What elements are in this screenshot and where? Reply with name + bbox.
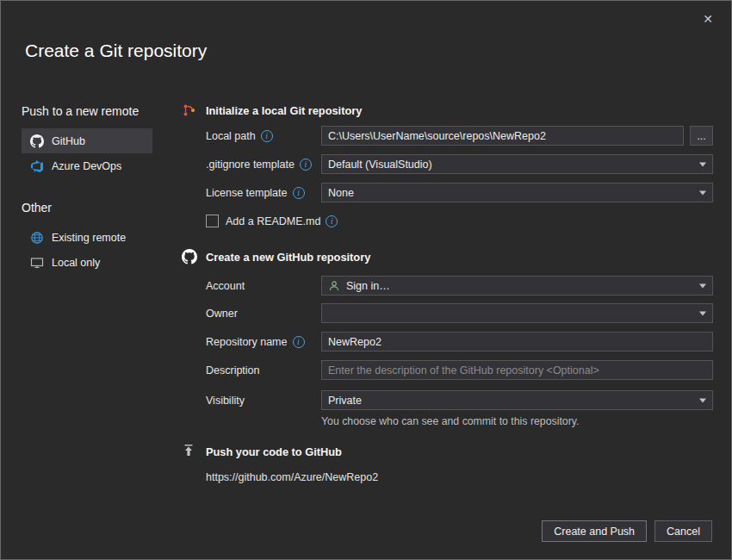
repository-name-label: Repository name [206, 336, 288, 348]
sidebar-item-github[interactable]: GitHub [22, 128, 152, 153]
owner-dropdown[interactable] [321, 303, 713, 323]
info-icon[interactable] [261, 130, 273, 142]
repository-name-label-group: Repository name [206, 336, 321, 348]
sign-in-person-icon [328, 280, 340, 292]
gitignore-dropdown[interactable]: Default (VisualStudio) [321, 154, 713, 174]
sidebar-item-label: Local only [52, 257, 100, 269]
sidebar-item-local-only[interactable]: Local only [22, 250, 152, 275]
local-path-row: Local path ... [182, 126, 713, 146]
account-selected-value: Sign in… [346, 280, 390, 292]
computer-icon [30, 256, 44, 270]
azure-devops-icon [30, 159, 44, 173]
globe-icon [30, 231, 44, 245]
description-row: Description [182, 360, 713, 380]
repository-name-input[interactable] [321, 332, 713, 352]
account-row: Account Sign in… [182, 276, 713, 296]
info-icon[interactable] [293, 336, 305, 348]
other-heading: Other [22, 201, 152, 215]
visibility-selected-value: Private [328, 395, 362, 407]
local-path-label: Local path [206, 130, 256, 142]
github-section-title: Create a new GitHub repository [206, 251, 370, 264]
create-and-push-button[interactable]: Create and Push [542, 520, 647, 542]
owner-label: Owner [206, 308, 321, 320]
sidebar-item-azure-devops[interactable]: Azure DevOps [22, 153, 152, 178]
info-icon[interactable] [300, 159, 312, 171]
license-dropdown[interactable]: None [321, 183, 713, 202]
visibility-row: Visibility Private [182, 390, 713, 410]
chevron-down-icon [699, 190, 706, 195]
account-dropdown[interactable]: Sign in… [321, 276, 713, 296]
readme-group: Add a README.md [206, 215, 338, 227]
local-path-label-group: Local path [206, 130, 321, 142]
upload-arrow-icon [182, 444, 197, 459]
sidebar-item-label: Azure DevOps [52, 160, 121, 172]
license-row: License template None [182, 183, 713, 202]
push-section-header: Push your code to GitHub [182, 444, 713, 464]
github-icon [182, 249, 197, 264]
owner-row: Owner [182, 303, 713, 323]
repository-url: https://github.com/Azure/NewRepo2 [206, 471, 378, 483]
dialog-title: Create a Git repository [25, 40, 207, 61]
chevron-down-icon [699, 311, 706, 315]
chevron-down-icon [699, 283, 706, 288]
visibility-dropdown[interactable]: Private [321, 390, 713, 410]
info-icon[interactable] [293, 187, 305, 199]
local-path-input[interactable] [321, 126, 684, 146]
license-label-group: License template [206, 187, 321, 199]
github-section-header: Create a new GitHub repository [182, 249, 713, 269]
create-git-repository-dialog: ✕ Create a Git repository Push to a new … [0, 0, 732, 560]
push-section-title: Push your code to GitHub [206, 445, 342, 458]
push-to-remote-heading: Push to a new remote [22, 104, 152, 118]
init-section-header: Initialize a local Git repository [182, 103, 713, 122]
footer: Create and Push Cancel [542, 520, 712, 542]
description-label: Description [206, 364, 321, 376]
init-section-title: Initialize a local Git repository [206, 104, 362, 117]
readme-row: Add a README.md [182, 211, 713, 231]
license-label: License template [206, 187, 288, 199]
close-icon[interactable]: ✕ [698, 9, 717, 28]
chevron-down-icon [699, 398, 706, 402]
browse-button[interactable]: ... [690, 126, 713, 146]
readme-label: Add a README.md [226, 215, 320, 227]
gitignore-row: .gitignore template Default (VisualStudi… [182, 154, 713, 174]
sidebar-item-label: Existing remote [52, 232, 126, 244]
info-icon[interactable] [326, 215, 338, 227]
gitignore-label: .gitignore template [206, 159, 295, 171]
git-init-icon [182, 103, 197, 118]
chevron-down-icon [699, 162, 706, 166]
push-url-row: https://github.com/Azure/NewRepo2 [182, 467, 713, 487]
repository-name-row: Repository name [182, 332, 713, 352]
gitignore-selected-value: Default (VisualStudio) [328, 159, 432, 171]
account-label: Account [206, 280, 321, 292]
sidebar-item-existing-remote[interactable]: Existing remote [22, 225, 152, 250]
github-icon [30, 134, 44, 148]
visibility-helper-text: You choose who can see and commit to thi… [321, 415, 579, 427]
cancel-button[interactable]: Cancel [654, 520, 712, 542]
license-selected-value: None [328, 187, 354, 199]
readme-checkbox[interactable] [206, 215, 219, 227]
main-panel: Initialize a local Git repository Local … [182, 103, 713, 507]
sidebar: Push to a new remote GitHub Azure DevOps… [22, 104, 152, 275]
gitignore-label-group: .gitignore template [206, 159, 321, 171]
visibility-label: Visibility [206, 395, 321, 407]
sidebar-item-label: GitHub [52, 135, 85, 147]
description-input[interactable] [321, 360, 713, 380]
